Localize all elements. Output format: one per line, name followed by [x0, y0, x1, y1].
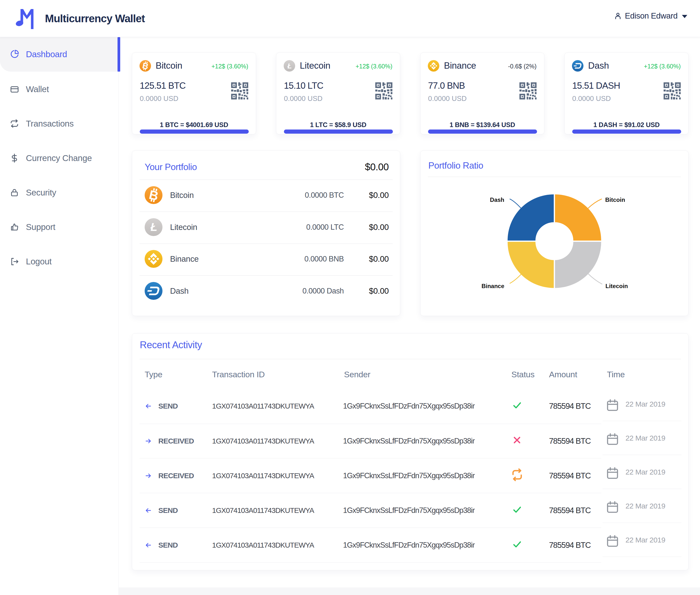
svg-text:Litecoin: Litecoin [606, 283, 628, 289]
svg-text:Binance: Binance [482, 283, 504, 289]
svg-text:Dash: Dash [490, 196, 504, 203]
svg-text:Bitcoin: Bitcoin [605, 196, 625, 203]
